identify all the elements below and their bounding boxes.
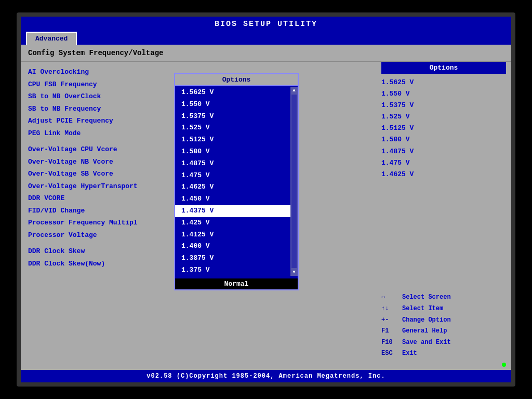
hotkey-select-item: ↑↓ Select Item (381, 303, 506, 315)
dropdown-overlay[interactable]: Options 1.5625 V 1.550 V 1.5375 V 1.525 … (174, 73, 299, 290)
hotkey-esc-exit: ESC Exit (381, 348, 506, 360)
options-list: 1.5625 V 1.550 V 1.5375 V 1.525 V 1.5125… (381, 77, 506, 287)
indicator-area (381, 360, 506, 370)
dropdown-item-0[interactable]: 1.5625 V (175, 87, 298, 99)
green-indicator-dot (502, 363, 506, 367)
content-area: Config System Frequency/Voltage AI Overc… (21, 45, 511, 370)
dropdown-item-6[interactable]: 1.4875 V (175, 158, 298, 170)
dropdown-item-13[interactable]: 1.400 V (175, 241, 298, 252)
dropdown-item-3[interactable]: 1.525 V (175, 122, 298, 134)
bios-title: BIOS SETUP UTILITY (21, 17, 511, 32)
right-panel: Options 1.5625 V 1.550 V 1.5375 V 1.525 … (376, 62, 511, 370)
dropdown-item-15[interactable]: 1.375 V (175, 264, 298, 276)
title-text: BIOS SETUP UTILITY (215, 20, 317, 29)
main-body: AI Overclocking CPU FSB Frequency SB to … (21, 62, 511, 370)
hotkey-save-exit: F10 Save and Exit (381, 337, 506, 349)
dropdown-title: Options (175, 74, 298, 86)
scroll-down-arrow[interactable]: ▼ (292, 269, 295, 276)
scroll-track (291, 95, 297, 268)
left-panel: AI Overclocking CPU FSB Frequency SB to … (21, 62, 376, 370)
dropdown-item-8[interactable]: 1.4625 V (175, 181, 298, 193)
section-header: Config System Frequency/Voltage (21, 45, 511, 62)
dropdown-item-10[interactable]: 1.4375 V (175, 205, 298, 217)
dropdown-items: 1.5625 V 1.550 V 1.5375 V 1.525 V 1.5125… (175, 86, 298, 277)
status-bar: v02.58 (C)Copyright 1985-2004, American … (21, 370, 511, 382)
dropdown-item-5[interactable]: 1.500 V (175, 146, 298, 158)
option-val-5: 1.500 V (381, 134, 506, 145)
monitor: BIOS SETUP UTILITY Advanced Config Syste… (17, 12, 515, 387)
scroll-up-arrow[interactable]: ▲ (292, 87, 295, 94)
option-val-8: 1.4625 V (381, 169, 506, 180)
dropdown-item-14[interactable]: 1.3875 V (175, 252, 298, 264)
dropdown-item-4[interactable]: 1.5125 V (175, 134, 298, 146)
option-val-1: 1.550 V (381, 88, 506, 100)
tab-bar: Advanced (21, 32, 511, 45)
hotkey-change-option: +- Change Option (381, 315, 506, 326)
option-val-2: 1.5375 V (381, 100, 506, 111)
tab-advanced[interactable]: Advanced (26, 32, 77, 45)
option-val-7: 1.475 V (381, 157, 506, 169)
hotkeys-section: ↔ Select Screen ↑↓ Select Item +- Change… (381, 292, 506, 360)
dropdown-scrollbar[interactable]: ▲ ▼ (290, 87, 298, 276)
hotkey-general-help: F1 General Help (381, 326, 506, 337)
option-val-0: 1.5625 V (381, 77, 506, 88)
dropdown-item-7[interactable]: 1.475 V (175, 170, 298, 182)
option-val-4: 1.5125 V (381, 123, 506, 134)
dropdown-normal-value: Normal (175, 278, 298, 289)
dropdown-item-9[interactable]: 1.450 V (175, 193, 298, 205)
dropdown-item-12[interactable]: 1.4125 V (175, 229, 298, 241)
option-val-3: 1.525 V (381, 111, 506, 123)
options-header: Options (381, 62, 506, 74)
option-val-6: 1.4875 V (381, 146, 506, 157)
dropdown-item-1[interactable]: 1.550 V (175, 99, 298, 111)
dropdown-item-2[interactable]: 1.5375 V (175, 111, 298, 123)
dropdown-item-11[interactable]: 1.425 V (175, 217, 298, 229)
hotkey-select-screen: ↔ Select Screen (381, 292, 506, 303)
